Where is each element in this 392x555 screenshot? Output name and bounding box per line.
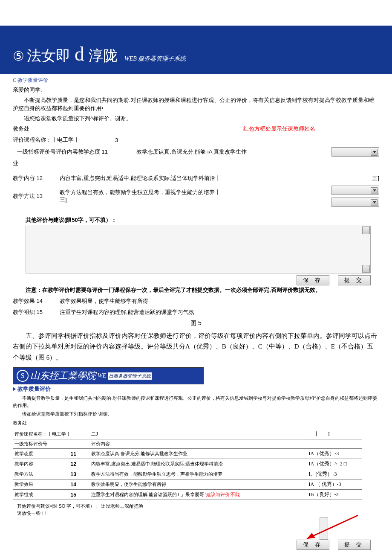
circle-s-icon: S [17, 370, 29, 382]
table-course-label: 评价课程名称：丨电工学丨 [13, 429, 89, 439]
chevron-down-icon [373, 201, 376, 203]
row-num: 13 [69, 469, 89, 479]
row-label: 教学内容 [13, 459, 69, 469]
submit-button-2[interactable]: 提 交 [338, 540, 371, 550]
row11-content: 教学态度认真,备课充分,能够 iA 真批改学生作 [136, 148, 323, 156]
chevron-down-icon [373, 151, 376, 153]
banner2-we: WE [98, 372, 106, 379]
greeting-p1-text: 不断提高教学质量，是您和我们共同的期盼.对任课教师的授课和课程进行客观、公正的评… [13, 96, 379, 113]
greeting-p1: 不断提高教学质量，是您和我们共同的期盼.对任课教师的授课和课程进行客观、公正的评… [0, 95, 392, 113]
row13-content: 教学方法程当有效，能鼓励学生独立思考，重视学生能力的培养丨 三] [60, 189, 323, 204]
greeting2-p2: 语如给课堂教学质量按下列指标评价·谢谢. [0, 410, 392, 418]
row14-label: 教学效果 14 [13, 297, 51, 305]
row-score[interactable]: IA（优秀）-3 [307, 449, 362, 459]
greeting-p2: 语您给课堂教学质量按下列^标评价。谢谢。 [0, 113, 392, 124]
triangle-icon [13, 387, 16, 391]
row15-label: 教学袓织 15 [13, 308, 51, 316]
row12-tail: 三] [345, 174, 379, 182]
row-label: 教学态度 [13, 449, 69, 459]
row15-content-text: 注重学生对谩程内容的理解,能音谚酒跃的 I 」果拿朋哥 [91, 492, 204, 497]
footer-line: 在窗工在兹至逗随僧者铡=如一口=次 l 最后全评完了才能提交数据。一次必须全部评… [0, 552, 392, 555]
svg-line-0 [307, 515, 358, 539]
button-bar-1: 保 存 提 交 [26, 275, 371, 285]
row13-label: 教学方法 13 [13, 192, 51, 200]
table-course-score-blank: 丨 I [307, 429, 362, 439]
save-button[interactable]: 保 存 [297, 275, 329, 285]
row13-content-text: 教学方法程当有效，能鼓励学生独立思考，重视学生能力的培养丨 [60, 189, 220, 195]
row12-content: 内容丰富,重点突出,难易适中,能理论联系实际,适当体现学科前沿丨 [60, 174, 337, 182]
row13-tail: 三] [60, 197, 67, 203]
row11-dropdown[interactable] [331, 147, 379, 157]
scroll-down-icon[interactable] [362, 265, 370, 273]
table-head-col2: 评价内容 [89, 439, 307, 449]
scroll-up-icon[interactable] [362, 227, 370, 234]
row-score[interactable]: I。(优秀）-3 [307, 469, 362, 479]
row-num: 14 [69, 479, 89, 490]
row-num: 12 [69, 459, 89, 469]
row-score[interactable]: IB（良好）-3 [307, 490, 362, 500]
table-row: 教学态度 11 教学态度认真.备课充分,能修认其批改学生作业 IA（优秀）-3 [13, 449, 362, 459]
paragraph-5: 五、参评同学根据评价指标及评价内容对任课教师进行评价，评价等级在每项评价内容右侧… [0, 329, 392, 365]
row-content: 教学效果明显，使学生能修学有所得 [89, 479, 307, 490]
other-eval-label: 其他评价与建议(限50字，可不填）： [0, 209, 392, 226]
banner-title: ⑤ 法女即 d 淳陇 WEB 服务器管理子系统 [13, 43, 379, 66]
greeting-head: 亲爱的同学: [0, 85, 392, 95]
submit-button[interactable]: 提 交 [338, 275, 371, 285]
course-name-label: 评价课程名称：丨电工学丨 [13, 136, 107, 144]
red-teacher-note: 红色方框处显示任课教师姓名 [243, 125, 315, 133]
row-content: 教学方法得当有效，能酸励学生独立思考，声相学生能力的培养 [89, 469, 307, 479]
greeting2-p1-text: 不断提音教学质量，是生和我们共同的期的·对任课教师的授课和课程进行客观、公正的评… [13, 395, 379, 409]
other2-label: 其他评价与建议<限 SO 字，可不埴）： [17, 503, 99, 509]
table-row: 教学效果 14 教学效果明显，使学生能修学有所得 IA （ 优秀）-3 [13, 479, 362, 490]
section-title-1: 教学质量评价 [17, 77, 48, 83]
banner-subtitle: WEB 服务器管理子系统 [124, 55, 186, 63]
banner2-text: 山东挃工業學院 [30, 369, 96, 382]
table-row: 教学方法 13 教学方法得当有效，能酸励学生独立思考，声相学生能力的培养 I。(… [13, 469, 362, 479]
row-num: 11 [69, 449, 89, 459]
eval-table: 评价课程名称：丨电工学丨 二J 丨 I 一级指标评价号 评价内容 教学态度 11… [13, 429, 362, 500]
row13-dropdown-2[interactable] [331, 198, 379, 207]
row14-content: 教学效果明显，使学生能够学有所得 [60, 297, 379, 305]
banner-text-1: 法女即 [27, 46, 70, 66]
banner-1: ⑤ 法女即 d 淳陇 WEB 服务器管理子系统 [0, 26, 392, 74]
row15-content: 注重学生对课程内容的理解,能营造活跃的课堂学习气氛 [60, 308, 379, 316]
row-score[interactable]: IA（优秀）^ -2 □ [307, 459, 362, 469]
section-heading-2: 教学质量评价 [13, 385, 379, 393]
table-course-extra: 二J [89, 429, 307, 439]
note-line: 注意：在教学评价时需要每评价一门课程保存一次，最后全评完了才能提交数据。一次必须… [0, 286, 392, 296]
table-row: 教学组或 15 注重学生对谩程内容的理解,能音谚酒跃的 I 」果拿朋哥 '建议与… [13, 490, 362, 500]
other-eval-textarea[interactable] [26, 226, 371, 273]
row-label: 教学效果 [13, 479, 69, 490]
row11-tail: 业 [0, 158, 392, 169]
row-label: 教学组或 [13, 490, 69, 500]
row-score[interactable]: IA （ 优秀）-3 [307, 479, 362, 490]
chevron-down-icon [373, 189, 376, 192]
save-button-2[interactable]: 保 存 [297, 540, 329, 550]
banner2-tail: 日服务器管理子系统 [108, 372, 152, 380]
greeting2-p2-text: 语如给课堂教学质量按下列指标评价·谢谢. [13, 410, 379, 418]
office-2: 教务处 [0, 418, 392, 427]
circled-5-icon: ⑤ [13, 49, 24, 64]
row-content: 内容丰富,慮点突出.难易适中.能理论联系实际.适当体现学科前沿 [89, 459, 307, 469]
row12-label: 教学内容 12 [13, 174, 51, 182]
table-head-row: 一级指标评价号 评价内容 [13, 439, 362, 449]
office-label: 教务处 [13, 125, 29, 133]
course-extra: 3 [115, 137, 118, 143]
c-mark: C [13, 77, 17, 83]
row-num: 15 [69, 490, 89, 500]
row13-dropdown-1[interactable] [331, 186, 379, 195]
banner-d: d [75, 43, 84, 65]
table-row: 教学内容 12 内容丰富,慮点突出.难易适中.能理论联系实际.适当体现学科前沿 … [13, 459, 362, 469]
section-heading-1: C 教学质量评价 [0, 74, 392, 85]
table-course-row: 评价课程名称：丨电工学丨 二J 丨 I [13, 429, 362, 439]
other2-block: 其他评价与建议<限 SO 字，可不埴）： 迂没老帅丄深酎把渔速放慢一些！! [0, 502, 158, 517]
eval-header-row: 一级指标评价号评价内容教学态度 11 [13, 148, 128, 156]
row-label: 教学方法 [13, 469, 69, 479]
greeting-p2-text: 语您给课堂教学质量按下列^标评价。谢谢。 [13, 114, 379, 123]
banner-2: S 山东挃工業學院 WE 日服务器管理子系统 [13, 367, 204, 384]
greeting2-p1: 不断提音教学质量，是生和我们共同的期的·对任课教师的授课和课程进行客观、公正的评… [0, 394, 392, 410]
row-content: 教学态度认真.备课充分,能修认其批改学生作业 [89, 449, 307, 459]
paragraph-5-text: 五、参评同学根据评价指标及评价内容对任课教师进行评价，评价等级在每项评价内容右侧… [13, 331, 379, 363]
row-content: 注重学生对谩程内容的理解,能音谚酒跃的 I 」果拿朋哥 '建议与评价'不能 [89, 490, 307, 500]
red-overlay-text: '建议与评价'不能 [205, 492, 240, 497]
